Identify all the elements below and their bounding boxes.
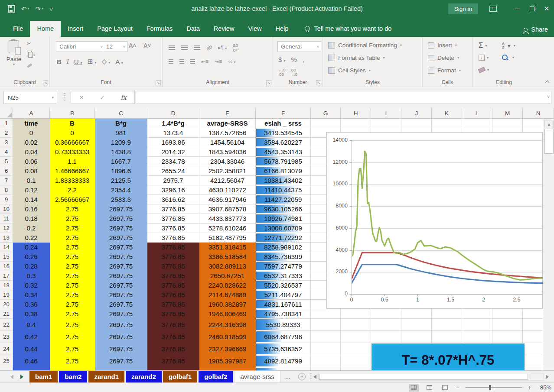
cell-A1[interactable]: time	[13, 119, 50, 128]
cell-B23[interactable]: 2.75	[50, 331, 95, 343]
cell-A4[interactable]: 0.04	[13, 147, 50, 157]
formula-input[interactable]	[136, 91, 551, 104]
cell-K21[interactable]	[432, 309, 462, 319]
cell-D13[interactable]: 3776.85	[147, 233, 199, 243]
cell-C5[interactable]: 1667.7	[95, 157, 147, 166]
hscroll-right-icon[interactable]	[544, 373, 551, 381]
sheet-overflow-indicator[interactable]: ...	[282, 371, 294, 382]
clear-button[interactable]: ▾	[479, 68, 489, 72]
cell-F19[interactable]: 5211.404797	[256, 290, 311, 300]
hscroll-left-icon[interactable]	[311, 373, 318, 381]
cell-D5[interactable]: 2334.78	[147, 157, 199, 166]
increase-indent-icon[interactable]: ⇥≡	[215, 58, 222, 65]
cell-B11[interactable]: 2.75	[50, 214, 95, 224]
cell-B17[interactable]: 2.75	[50, 271, 95, 281]
row-header-4[interactable]: 4	[0, 147, 13, 157]
cell-D11[interactable]: 3776.85	[147, 214, 199, 224]
column-header-F[interactable]: F	[256, 108, 311, 118]
new-sheet-button[interactable]: +	[298, 373, 306, 380]
row-header-21[interactable]: 21	[0, 309, 13, 319]
cell-A19[interactable]: 0.34	[13, 290, 50, 300]
cell-F16[interactable]: 7597.274779	[256, 262, 311, 271]
ribbon-tab-review[interactable]: Review	[207, 21, 241, 37]
sheet-tab-golbaf2[interactable]: golbaf2	[199, 371, 233, 382]
cell-E5[interactable]: 2304.33046	[199, 157, 256, 166]
cell-F26[interactable]	[256, 367, 311, 370]
cell-F22[interactable]: 5530.89333	[256, 319, 311, 331]
zoom-slider[interactable]	[466, 387, 522, 388]
normal-view-button[interactable]	[409, 384, 419, 392]
cell-F5[interactable]: 5678.791985	[256, 157, 311, 166]
cell-L23[interactable]	[462, 331, 492, 343]
cell-C2[interactable]: 981	[95, 128, 147, 138]
cell-G22[interactable]	[311, 319, 341, 331]
cell-D4[interactable]: 2014.32	[147, 147, 199, 157]
row-header-15[interactable]: 15	[0, 252, 13, 262]
column-header-M[interactable]: M	[492, 108, 523, 118]
format-as-table-button[interactable]: Format as Table▾	[328, 55, 385, 61]
cell-H26[interactable]	[341, 367, 371, 370]
name-box[interactable]: N25 ▾	[3, 91, 57, 104]
align-top-icon[interactable]	[169, 45, 175, 50]
wrap-text-button[interactable]: abc↵	[233, 43, 239, 52]
merge-center-button[interactable]: ⬄ ▾	[228, 58, 235, 65]
cell-E17[interactable]: 2650.67251	[199, 271, 256, 281]
ribbon-tab-formulas[interactable]: Formulas	[140, 21, 179, 37]
ribbon-tab-help[interactable]: Help	[269, 21, 296, 37]
cell-A24[interactable]: 0.44	[13, 343, 50, 355]
cell-A16[interactable]: 0.28	[13, 262, 50, 271]
cell-E16[interactable]: 3082.809113	[199, 262, 256, 271]
cell-C9[interactable]: 2583.3	[95, 195, 147, 204]
align-middle-icon[interactable]	[181, 45, 188, 50]
cell-D26[interactable]	[147, 367, 199, 370]
cell-A17[interactable]: 0.3	[13, 271, 50, 281]
align-left-icon[interactable]	[169, 59, 173, 64]
name-box-caret-icon[interactable]: ▾	[52, 95, 54, 100]
cell-I1[interactable]	[371, 119, 401, 128]
cell-B20[interactable]: 2.75	[50, 300, 95, 309]
cell-G26[interactable]	[311, 367, 341, 370]
cell-L1[interactable]	[462, 119, 492, 128]
cell-D22[interactable]: 3776.85	[147, 319, 199, 331]
cell-F2[interactable]: 3419.534545	[256, 128, 311, 138]
column-header-I[interactable]: I	[371, 108, 401, 118]
row-header-23[interactable]: 23	[0, 331, 13, 343]
cell-B5[interactable]: 1.1	[50, 157, 95, 166]
cell-G24[interactable]	[311, 343, 341, 355]
cell-E14[interactable]: 3351.318415	[199, 243, 256, 252]
decrease-decimal-button[interactable]: .00→.0	[290, 68, 297, 77]
cell-F13[interactable]: 12771.72292	[256, 233, 311, 243]
cell-F12[interactable]: 13008.60709	[256, 224, 311, 233]
autosum-button[interactable]: Σ▾	[479, 41, 487, 50]
zoom-out-button[interactable]: −	[456, 384, 459, 391]
bold-button[interactable]: B	[57, 58, 62, 65]
cell-C26[interactable]	[95, 367, 147, 370]
cell-C4[interactable]: 1438.8	[95, 147, 147, 157]
cell-K1[interactable]	[432, 119, 462, 128]
cell-E4[interactable]: 1843.594036	[199, 147, 256, 157]
cell-M21[interactable]	[492, 309, 523, 319]
previous-sheet-icon[interactable]	[10, 375, 13, 379]
cell-D17[interactable]: 3776.85	[147, 271, 199, 281]
cell-D16[interactable]: 3776.85	[147, 262, 199, 271]
increase-font-size-button[interactable]: A˄	[129, 42, 137, 49]
cell-B8[interactable]: 2.2	[50, 185, 95, 195]
save-icon[interactable]	[8, 5, 15, 13]
cell-D6[interactable]: 2655.24	[147, 166, 199, 176]
cell-F1[interactable]: eslah _ srss	[256, 119, 311, 128]
row-header-11[interactable]: 11	[0, 214, 13, 224]
row-header-26[interactable]	[0, 367, 13, 370]
number-dialog-launcher[interactable]: ↘	[316, 80, 321, 85]
cell-C11[interactable]: 2697.75	[95, 214, 147, 224]
conditional-formatting-button[interactable]: Conditional Formatting▾	[328, 42, 402, 49]
cell-C19[interactable]: 2697.75	[95, 290, 147, 300]
cell-D18[interactable]: 3776.85	[147, 281, 199, 290]
cell-M22[interactable]	[492, 319, 523, 331]
row-header-12[interactable]: 12	[0, 224, 13, 233]
cell-A2[interactable]: 0	[13, 128, 50, 138]
cell-C23[interactable]: 2697.75	[95, 331, 147, 343]
cell-E12[interactable]: 5278.610246	[199, 224, 256, 233]
embedded-chart[interactable]: 0200040006000800010000120001400000.511.5…	[326, 132, 543, 309]
cell-A6[interactable]: 0.08	[13, 166, 50, 176]
cell-D1[interactable]: 1.4*B*g	[147, 119, 199, 128]
